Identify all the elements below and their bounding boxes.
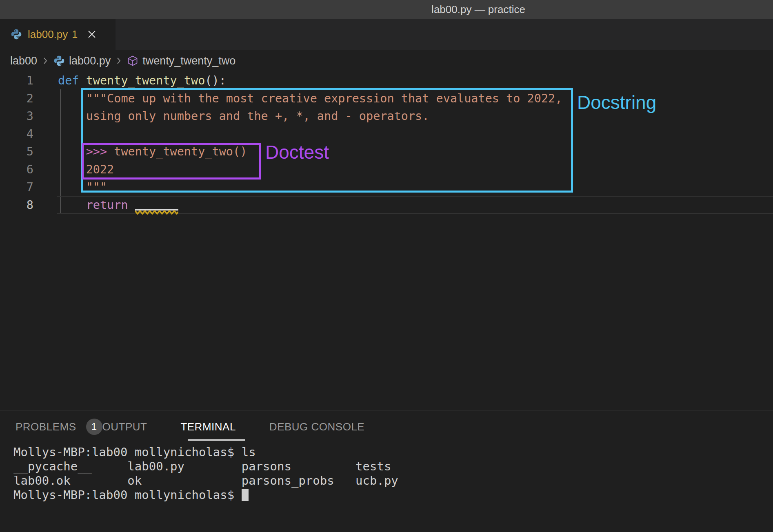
tab-problem-count: 1 [72,29,78,40]
code-line[interactable]: 6 2022 [0,161,773,179]
docstring-annotation-label: Docstring [577,92,656,113]
line-number: 3 [0,107,48,125]
python-icon [11,29,22,40]
code-lines: 1def twenty_twenty_two():2 """Come up wi… [0,72,773,214]
terminal-line: __pycache__ lab00.py parsons tests [13,459,398,474]
line-number: 1 [0,72,48,90]
tab-terminal[interactable]: TERMINAL [180,421,235,433]
vscode-window: lab00.py — practice lab00.py 1 lab00 lab… [0,0,773,532]
indent-guide [60,89,61,214]
editor-tab-strip: lab00.py 1 [0,19,773,50]
code-line[interactable]: 4 [0,125,773,143]
line-number: 2 [0,90,48,108]
terminal-output[interactable]: Mollys-MBP:lab00 mollynicholas$ ls__pyca… [13,445,398,502]
breadcrumb-file[interactable]: lab00.py [69,55,111,67]
line-number: 6 [0,161,48,179]
breadcrumb-symbol[interactable]: twenty_twenty_two [142,55,235,67]
problems-count-badge: 1 [86,419,102,435]
chevron-right-icon [116,56,122,66]
terminal-line: Mollys-MBP:lab00 mollynicholas$ [13,488,398,502]
code-editor[interactable]: 1def twenty_twenty_two():2 """Come up wi… [0,72,773,214]
tab-lab00py[interactable]: lab00.py 1 [0,19,116,50]
close-tab-icon[interactable] [87,29,97,40]
breadcrumb: lab00 lab00.py twenty_twenty_two [0,50,773,72]
python-icon [53,55,65,66]
symbol-cube-icon [127,55,138,66]
tab-problems[interactable]: PROBLEMS [16,421,76,433]
terminal-cursor [242,489,249,501]
line-number: 7 [0,178,48,196]
code-line[interactable]: 2 """Come up with the most creative expr… [0,90,773,108]
code-line-text: using only numbers and the +, *, and - o… [48,107,429,125]
code-line[interactable]: 3 using only numbers and the +, *, and -… [0,107,773,125]
tab-output[interactable]: OUTPUT [102,421,147,433]
code-line-text [48,125,58,143]
code-line[interactable]: 8 return [0,196,773,214]
terminal-line: Mollys-MBP:lab00 mollynicholas$ ls [13,445,398,459]
line-number: 5 [0,143,48,161]
code-line[interactable]: 5 >>> twenty_twenty_two() [0,143,773,161]
line-number: 4 [0,125,48,143]
code-line[interactable]: 7 """ [0,178,773,196]
title-bar: lab00.py — practice [0,0,773,19]
chevron-right-icon [42,56,49,66]
terminal-line: lab00.ok ok parsons_probs ucb.py [13,474,398,488]
line-number: 8 [0,196,48,214]
panel-tab-bar: PROBLEMS 1 OUTPUT TERMINAL DEBUG CONSOLE [16,418,364,435]
code-line[interactable]: 1def twenty_twenty_two(): [0,72,773,90]
doctest-annotation-label: Doctest [265,142,329,163]
code-line-text: >>> twenty_twenty_two() [48,143,247,161]
tab-label: lab00.py [28,28,68,41]
window-title: lab00.py — practice [431,3,525,16]
tab-debug-console[interactable]: DEBUG CONSOLE [269,421,364,433]
code-line-text: """ [48,178,107,196]
error-squiggle [135,209,178,215]
code-line-text: def twenty_twenty_two(): [48,72,226,90]
breadcrumb-folder[interactable]: lab00 [10,55,37,67]
code-line-text: """Come up with the most creative expres… [48,90,562,108]
active-panel-tab-underline [188,439,245,441]
code-line-text: 2022 [48,161,114,179]
